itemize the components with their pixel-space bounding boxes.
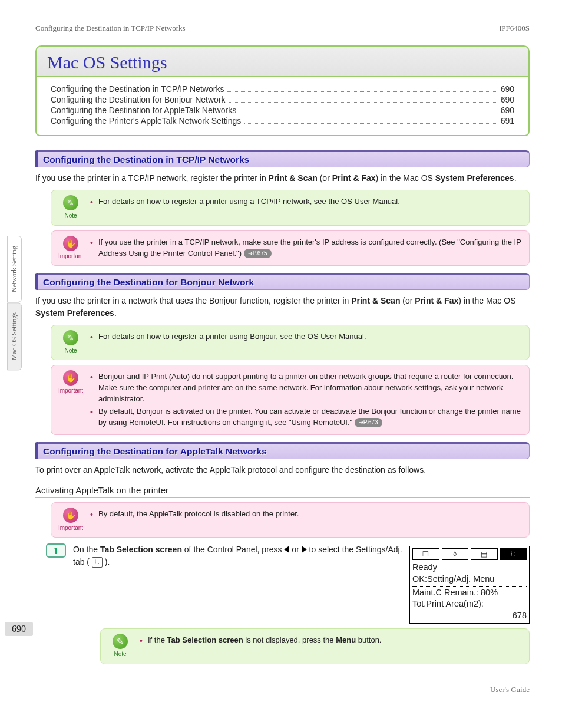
section-heading-tcpip: Configuring the Destination in TCP/IP Ne… xyxy=(35,150,530,167)
side-tab-mac-os-settings[interactable]: Mac OS Settings xyxy=(7,302,22,370)
step-body: On the Tab Selection screen of the Contr… xyxy=(73,543,402,568)
note-callout: ✎Note If the Tab Selection screen is not… xyxy=(100,628,530,664)
note-icon: ✎ xyxy=(113,634,128,649)
section-heading-bonjour: Configuring the Destination for Bonjour … xyxy=(35,273,530,290)
toc-item[interactable]: Configuring the Destination for AppleTal… xyxy=(51,106,514,115)
side-tab-network-setting[interactable]: Network Setting xyxy=(7,236,22,302)
page-ref-pill[interactable]: ➔P.673 xyxy=(355,418,382,428)
lcd-line: 678 xyxy=(412,610,527,622)
lcd-line: Maint.C Remain.: 80% xyxy=(412,587,527,599)
lcd-line: Tot.Print Area(m2): xyxy=(412,598,527,610)
note-text: If the Tab Selection screen is not displ… xyxy=(140,635,381,646)
page-ref-pill[interactable]: ➔P.675 xyxy=(244,249,272,259)
header-breadcrumb: Configuring the Destination in TCP/IP Ne… xyxy=(35,24,186,33)
toc-item[interactable]: Configuring the Destination for Bonjour … xyxy=(51,95,514,104)
body-paragraph: To print over an AppleTalk network, acti… xyxy=(35,464,530,476)
header-rule xyxy=(35,37,530,37)
sub-heading: Activating AppleTalk on the printer xyxy=(35,485,530,498)
note-icon: ✎ xyxy=(63,195,78,210)
chapter-title-block: Mac OS Settings xyxy=(35,45,530,77)
lcd-line: Ready xyxy=(412,562,527,574)
side-tab-group: Network Setting Mac OS Settings xyxy=(7,236,22,370)
important-icon: ✋ xyxy=(63,236,78,251)
section-heading-appletalk: Configuring the Destination for AppleTal… xyxy=(35,442,530,459)
note-callout: ✎Note For details on how to register a p… xyxy=(51,190,530,226)
important-text: If you use the printer in a TCP/IP netwo… xyxy=(90,237,523,259)
toc-item[interactable]: Configuring the Destination in TCP/IP Ne… xyxy=(51,84,514,94)
right-arrow-icon xyxy=(302,546,307,553)
toc: Configuring the Destination in TCP/IP Ne… xyxy=(35,77,530,136)
step-1: 1 On the Tab Selection screen of the Con… xyxy=(46,543,530,624)
important-text: Bonjour and IP Print (Auto) do not suppo… xyxy=(90,371,523,405)
footer: User's Guide xyxy=(35,681,530,694)
control-panel-lcd: ❐ ◊ ▤ ⁞÷ Ready OK:Setting/Adj. Menu Main… xyxy=(409,546,530,624)
lcd-tab-settings-icon: ⁞÷ xyxy=(500,548,527,560)
important-callout: ✋Important Bonjour and IP Print (Auto) d… xyxy=(51,365,530,434)
note-callout: ✎Note For details on how to register a p… xyxy=(51,325,530,361)
important-callout: ✋Important If you use the printer in a T… xyxy=(51,230,530,266)
lcd-tab-job-icon: ▤ xyxy=(471,548,498,560)
lcd-tab-ink-icon: ◊ xyxy=(442,548,469,560)
important-icon: ✋ xyxy=(63,508,78,523)
step-number: 1 xyxy=(46,543,66,558)
note-text: For details on how to register a printer… xyxy=(90,331,366,342)
page-number: 690 xyxy=(5,622,33,636)
page-title: Mac OS Settings xyxy=(47,52,518,73)
note-text: For details on how to register a printer… xyxy=(90,196,400,207)
important-callout: ✋Important By default, the AppleTalk pro… xyxy=(51,502,530,538)
important-text: By default, Bonjour is activated on the … xyxy=(90,406,523,429)
header-model: iPF6400S xyxy=(500,24,530,33)
settings-tab-icon: ⁞÷ xyxy=(92,557,103,568)
important-icon: ✋ xyxy=(63,370,78,386)
body-paragraph: If you use the printer in a network that… xyxy=(35,295,530,319)
toc-item[interactable]: Configuring the Printer's AppleTalk Netw… xyxy=(51,116,514,126)
lcd-tab-paper-icon: ❐ xyxy=(412,548,439,560)
note-icon: ✎ xyxy=(63,330,78,345)
important-text: By default, the AppleTalk protocol is di… xyxy=(90,509,299,520)
lcd-line: OK:Setting/Adj. Menu xyxy=(412,574,527,585)
body-paragraph: If you use the printer in a TCP/IP netwo… xyxy=(35,172,530,184)
